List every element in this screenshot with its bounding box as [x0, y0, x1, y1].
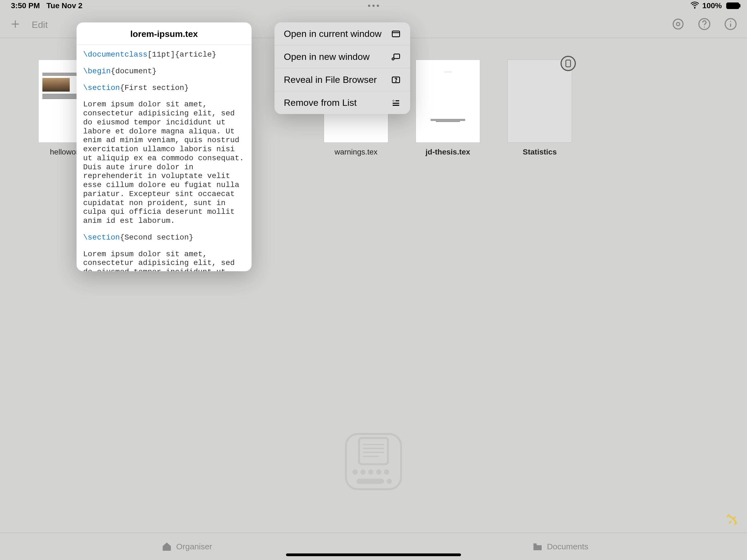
- svg-rect-7: [394, 54, 400, 58]
- status-bar: 3:50 PM Tue Nov 2 100%: [0, 0, 747, 11]
- svg-point-3: [704, 27, 705, 28]
- document-item[interactable]: Statistics: [508, 59, 572, 156]
- svg-rect-13: [359, 438, 388, 464]
- new-window-icon: [391, 52, 401, 62]
- remove-list-icon: [391, 98, 401, 108]
- status-date: Tue Nov 2: [47, 1, 83, 10]
- menu-open-new[interactable]: Open in new window: [275, 45, 410, 68]
- menu-open-current[interactable]: Open in current window: [275, 22, 410, 45]
- context-menu: Open in current window Open in new windo…: [275, 22, 410, 114]
- svg-point-16: [368, 469, 374, 475]
- document-label: Statistics: [523, 148, 557, 156]
- svg-point-5: [730, 21, 731, 22]
- slideover-badge-icon: [561, 56, 576, 71]
- document-label: warnings.tex: [334, 148, 377, 156]
- tab-label: Organiser: [176, 542, 212, 551]
- battery-percent: 100%: [702, 1, 722, 10]
- edit-button[interactable]: Edit: [32, 19, 48, 30]
- svg-point-0: [673, 19, 683, 29]
- svg-point-20: [387, 479, 392, 484]
- add-button[interactable]: [10, 19, 21, 31]
- document-item[interactable]: — — — jd-thesis.tex: [416, 59, 480, 156]
- folder-reveal-icon: [391, 75, 401, 85]
- settings-button[interactable]: [672, 18, 685, 32]
- tools-icon[interactable]: [726, 513, 739, 528]
- preview-body: \documentclass[11pt]{article} \begin{doc…: [77, 45, 252, 271]
- menu-remove[interactable]: Remove from List: [275, 91, 410, 114]
- svg-point-10: [396, 81, 396, 82]
- svg-point-8: [392, 58, 394, 60]
- document-label: jd-thesis.tex: [426, 148, 470, 156]
- svg-point-1: [676, 22, 680, 26]
- menu-item-label: Reveal in File Browser: [284, 74, 377, 85]
- battery-icon: [725, 2, 741, 9]
- menu-item-label: Open in new window: [284, 51, 370, 62]
- menu-item-label: Remove from List: [284, 97, 357, 108]
- document-thumbnail: [508, 59, 572, 143]
- home-indicator[interactable]: [286, 554, 461, 556]
- svg-point-18: [384, 469, 389, 475]
- status-time: 3:50 PM: [11, 1, 40, 10]
- svg-point-15: [360, 469, 366, 475]
- svg-rect-19: [357, 479, 384, 484]
- document-thumbnail: — — —: [416, 59, 480, 143]
- menu-item-label: Open in current window: [284, 28, 381, 39]
- help-button[interactable]: [698, 18, 711, 32]
- preview-title: lorem-ipsum.tex: [77, 22, 252, 45]
- window-icon: [391, 29, 401, 39]
- menu-reveal[interactable]: Reveal in File Browser: [275, 68, 410, 91]
- svg-point-14: [353, 469, 358, 475]
- info-button[interactable]: [724, 18, 737, 32]
- multitask-dots[interactable]: [368, 5, 379, 7]
- svg-rect-6: [392, 31, 400, 36]
- file-preview-popover[interactable]: lorem-ipsum.tex \documentclass[11pt]{art…: [77, 22, 252, 271]
- app-watermark-icon: [341, 429, 406, 495]
- svg-point-17: [376, 469, 381, 475]
- tab-label: Documents: [547, 542, 588, 551]
- wifi-icon: [690, 0, 699, 11]
